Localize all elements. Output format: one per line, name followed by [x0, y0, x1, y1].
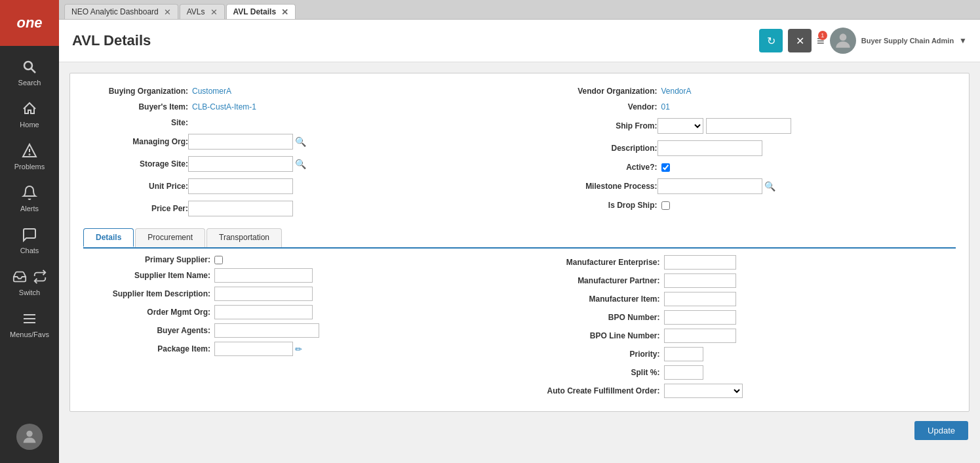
user-dropdown-arrow[interactable]: ▼ [959, 36, 967, 45]
buyers-item-row: Buyer's Item: CLB-CustA-Item-1 [83, 102, 513, 111]
price-per-input[interactable] [188, 201, 293, 216]
split-pct-row: Split %: [526, 365, 956, 380]
ship-from-select[interactable] [657, 118, 703, 134]
unit-price-input[interactable] [188, 178, 293, 194]
tab-neo[interactable]: NEO Analytic Dashboard ✕ [64, 4, 178, 19]
left-form-col: Buying Organization: CustomerA Buyer's I… [83, 87, 513, 219]
tab-avl-details-close[interactable]: ✕ [281, 8, 288, 16]
svg-point-7 [26, 431, 32, 437]
active-checkbox[interactable] [661, 163, 670, 172]
tab-details[interactable]: Details [83, 228, 134, 247]
storage-site-input[interactable] [188, 156, 293, 172]
switch-icon [31, 268, 49, 286]
notification-badge: 1 [818, 31, 827, 40]
svg-line-1 [31, 69, 36, 73]
sidebar-item-home[interactable]: Home [0, 93, 59, 135]
priority-input[interactable] [664, 347, 703, 361]
sidebar: one Search Home Problems [0, 0, 59, 463]
order-mgmt-org-row: Order Mgmt Org: [83, 305, 513, 319]
managing-org-input[interactable] [188, 134, 293, 150]
user-info: Buyer Supply Chain Admin [861, 37, 954, 45]
details-section: Primary Supplier: Supplier Item Name: Su… [83, 255, 956, 398]
price-per-row: Price Per: [83, 201, 513, 216]
description-input[interactable] [657, 140, 762, 156]
site-row: Site: [83, 118, 513, 127]
managing-org-search-btn[interactable]: 🔍 [293, 136, 308, 147]
update-button[interactable]: Update [914, 421, 968, 440]
tab-bar: NEO Analytic Dashboard ✕ AVLs ✕ AVL Deta… [59, 0, 980, 20]
tab-neo-close[interactable]: ✕ [164, 8, 171, 16]
user-avatar [830, 28, 856, 54]
manufacturer-partner-input[interactable] [664, 273, 736, 288]
buyers-item-link[interactable]: CLB-CustA-Item-1 [192, 102, 256, 111]
tab-transportation[interactable]: Transportation [206, 228, 282, 247]
supplier-item-desc-row: Supplier Item Description: [83, 287, 513, 301]
primary-supplier-checkbox[interactable] [214, 256, 223, 264]
tab-avl-details[interactable]: AVL Details ✕ [226, 4, 296, 19]
sidebar-item-alerts[interactable]: Alerts [0, 177, 59, 219]
logo: one [0, 0, 59, 46]
tab-procurement[interactable]: Procurement [135, 228, 205, 247]
supplier-item-name-row: Supplier Item Name: [83, 268, 513, 283]
page-title: AVL Details [72, 32, 759, 49]
manufacturer-item-input[interactable] [664, 292, 736, 306]
split-pct-input[interactable] [664, 365, 703, 380]
description-row: Description: [526, 140, 956, 156]
warning-icon [20, 142, 39, 160]
svg-point-3 [29, 154, 30, 155]
menu-button[interactable]: ≡ 1 [817, 33, 825, 49]
buying-org-link[interactable]: CustomerA [192, 87, 231, 96]
bpo-line-number-input[interactable] [664, 329, 736, 343]
bpo-number-input[interactable] [664, 310, 736, 325]
search-icon [20, 58, 39, 76]
sidebar-item-switch[interactable]: Switch [0, 261, 59, 303]
drop-ship-checkbox[interactable] [661, 201, 670, 210]
package-item-edit-btn[interactable]: ✏ [293, 344, 304, 354]
svg-point-0 [24, 62, 32, 70]
bpo-number-row: BPO Number: [526, 310, 956, 325]
vendor-org-row: Vendor Organization: VendorA [526, 87, 956, 96]
order-mgmt-org-input[interactable] [214, 305, 313, 319]
milestone-search-btn[interactable]: 🔍 [762, 181, 777, 191]
auto-create-select[interactable] [664, 384, 743, 398]
unit-price-row: Unit Price: [83, 178, 513, 194]
sidebar-avatar[interactable] [16, 417, 43, 456]
chat-icon [20, 226, 39, 244]
content-area: Buying Organization: CustomerA Buyer's I… [59, 62, 980, 463]
ship-from-input[interactable] [706, 118, 791, 134]
header-actions: ↻ ✕ ≡ 1 Buyer Supply Chain Admin ▼ [759, 28, 967, 54]
package-item-input[interactable] [214, 342, 293, 356]
manufacturer-enterprise-input[interactable] [664, 255, 736, 270]
svg-point-8 [839, 33, 846, 41]
storage-site-search-btn[interactable]: 🔍 [293, 159, 308, 169]
sidebar-item-chats[interactable]: Chats [0, 219, 59, 261]
close-button[interactable]: ✕ [788, 29, 812, 52]
form-top: Buying Organization: CustomerA Buyer's I… [83, 87, 956, 219]
milestone-process-input[interactable] [657, 178, 762, 194]
sidebar-item-problems[interactable]: Problems [0, 135, 59, 177]
vendor-row: Vendor: 01 [526, 102, 956, 111]
active-row: Active?: [526, 163, 956, 172]
sidebar-item-search[interactable]: Search [0, 51, 59, 93]
supplier-item-name-input[interactable] [214, 268, 313, 283]
supplier-item-desc-input[interactable] [214, 287, 313, 301]
sidebar-item-menus[interactable]: Menus/Favs [0, 303, 59, 345]
primary-supplier-row: Primary Supplier: [83, 255, 513, 264]
inbox-icon [10, 268, 29, 286]
tab-avls-close[interactable]: ✕ [210, 8, 218, 16]
header-bar: AVL Details ↻ ✕ ≡ 1 Buyer Supply Chain A… [59, 20, 980, 62]
buyer-agents-input[interactable] [214, 323, 319, 338]
right-detail-col: Manufacturer Enterprise: Manufacturer Pa… [526, 255, 956, 398]
milestone-row: Milestone Process: 🔍 [526, 178, 956, 194]
vendor-link[interactable]: 01 [661, 102, 670, 111]
buying-org-row: Buying Organization: CustomerA [83, 87, 513, 96]
buyer-agents-row: Buyer Agents: [83, 323, 513, 338]
main-area: NEO Analytic Dashboard ✕ AVLs ✕ AVL Deta… [59, 0, 980, 463]
bell-icon [20, 184, 39, 202]
refresh-button[interactable]: ↻ [759, 29, 783, 52]
right-form-col: Vendor Organization: VendorA Vendor: 01 … [526, 87, 956, 219]
vendor-org-link[interactable]: VendorA [661, 87, 692, 96]
auto-create-row: Auto Create Fulfillment Order: [526, 384, 956, 398]
tab-avls[interactable]: AVLs ✕ [180, 4, 225, 19]
managing-org-row: Managing Org: 🔍 [83, 134, 513, 150]
